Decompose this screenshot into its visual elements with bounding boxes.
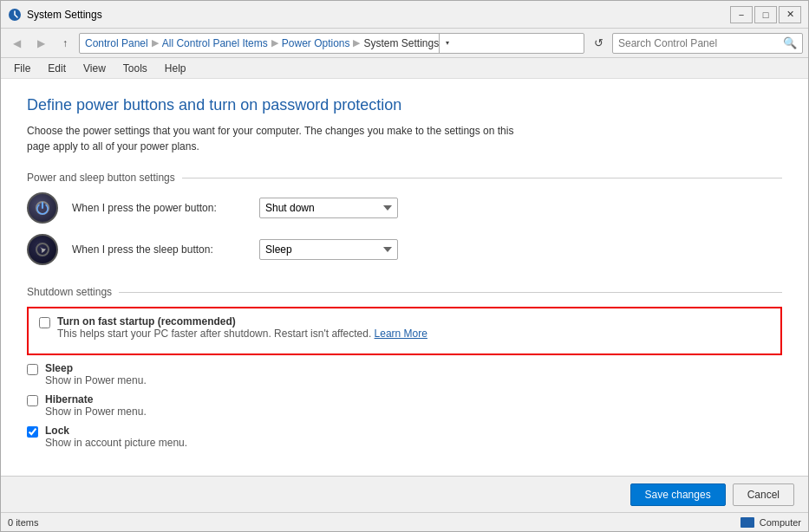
status-right: Computer xyxy=(740,517,801,528)
back-button[interactable]: ◀ xyxy=(6,33,27,54)
status-bar: 0 items Computer xyxy=(1,512,808,531)
hibernate-main-label: Hibernate xyxy=(45,393,147,405)
window-title: System Settings xyxy=(27,9,730,21)
menu-tools[interactable]: Tools xyxy=(115,60,155,77)
breadcrumb-control-panel[interactable]: Control Panel xyxy=(85,37,148,49)
hibernate-label-group: Hibernate Show in Power menu. xyxy=(45,393,147,418)
sleep-button-row: When I press the sleep button: Do nothin… xyxy=(27,234,782,265)
hibernate-row: Hibernate Show in Power menu. xyxy=(27,393,782,418)
computer-icon xyxy=(740,517,754,528)
sleep-label-group: Sleep Show in Power menu. xyxy=(45,362,147,386)
page-description: Choose the power settings that you want … xyxy=(27,123,530,154)
menu-edit[interactable]: Edit xyxy=(40,60,74,77)
shutdown-section-header: Shutdown settings xyxy=(27,286,782,298)
sleep-button-label: When I press the sleep button: xyxy=(72,243,245,256)
learn-more-link[interactable]: Learn More xyxy=(375,328,427,340)
power-button-dropdown[interactable]: Do nothing Sleep Hibernate Shut down Tur… xyxy=(259,198,398,218)
fast-startup-sub-label: This helps start your PC faster after sh… xyxy=(57,328,427,340)
fast-startup-row: Turn on fast startup (recommended) This … xyxy=(39,315,770,340)
breadcrumb-sep-2: ▶ xyxy=(271,37,278,49)
maximize-button[interactable]: □ xyxy=(754,6,777,23)
sleep-sub-label: Show in Power menu. xyxy=(45,374,147,386)
title-bar: System Settings − □ ✕ xyxy=(1,1,808,29)
lock-sub-label: Show in account picture menu. xyxy=(45,437,187,449)
power-button-label: When I press the power button: xyxy=(72,202,245,214)
toolbar: ◀ ▶ ↑ Control Panel ▶ All Control Panel … xyxy=(1,29,808,58)
lock-row: Lock Show in account picture menu. xyxy=(27,425,782,449)
up-button[interactable]: ↑ xyxy=(55,33,75,54)
forward-button[interactable]: ▶ xyxy=(30,33,51,54)
window-icon xyxy=(8,8,22,22)
address-bar[interactable]: Control Panel ▶ All Control Panel Items … xyxy=(79,33,584,54)
sleep-button-dropdown[interactable]: Do nothing Sleep Hibernate Shut down xyxy=(259,239,398,260)
menu-bar: File Edit View Tools Help xyxy=(1,58,808,79)
power-sleep-section-header: Power and sleep button settings xyxy=(27,172,782,184)
address-dropdown-button[interactable]: ▾ xyxy=(439,33,454,54)
page-title: Define power buttons and turn on passwor… xyxy=(27,96,782,114)
menu-view[interactable]: View xyxy=(75,60,114,77)
fast-startup-label-group: Turn on fast startup (recommended) This … xyxy=(57,315,427,340)
computer-label: Computer xyxy=(760,517,801,528)
sleep-main-label: Sleep xyxy=(45,362,147,374)
fast-startup-checkbox[interactable] xyxy=(39,317,50,328)
breadcrumb: Control Panel ▶ All Control Panel Items … xyxy=(85,37,439,49)
minimize-button[interactable]: − xyxy=(730,6,753,23)
refresh-button[interactable]: ↺ xyxy=(588,33,609,54)
power-sleep-settings: Power and sleep button settings When I p… xyxy=(27,172,782,265)
sleep-icon xyxy=(27,234,58,265)
search-input[interactable] xyxy=(618,37,780,49)
search-box: 🔍 xyxy=(612,33,803,54)
cancel-button[interactable]: Cancel xyxy=(733,483,794,506)
menu-help[interactable]: Help xyxy=(157,60,194,77)
power-icon xyxy=(27,192,58,224)
sleep-row: Sleep Show in Power menu. xyxy=(27,362,782,386)
breadcrumb-all-items[interactable]: All Control Panel Items xyxy=(162,37,268,49)
status-items-count: 0 items xyxy=(8,517,38,528)
hibernate-sub-label: Show in Power menu. xyxy=(45,405,147,418)
fast-startup-main-label: Turn on fast startup (recommended) xyxy=(57,315,427,328)
main-content: Define power buttons and turn on passwor… xyxy=(1,79,808,476)
sleep-checkbox[interactable] xyxy=(27,364,38,375)
close-button[interactable]: ✕ xyxy=(779,6,801,23)
lock-main-label: Lock xyxy=(45,425,187,437)
breadcrumb-sep-3: ▶ xyxy=(353,37,360,49)
system-settings-window: System Settings − □ ✕ ◀ ▶ ↑ Control Pane… xyxy=(0,0,809,532)
breadcrumb-sep-1: ▶ xyxy=(152,37,159,49)
breadcrumb-power-options[interactable]: Power Options xyxy=(282,37,350,49)
save-changes-button[interactable]: Save changes xyxy=(630,483,726,506)
footer: Save changes Cancel xyxy=(1,476,808,512)
lock-checkbox[interactable] xyxy=(27,426,38,438)
search-icon[interactable]: 🔍 xyxy=(783,36,797,50)
fast-startup-box: Turn on fast startup (recommended) This … xyxy=(27,307,782,355)
window-controls: − □ ✕ xyxy=(730,6,801,23)
breadcrumb-current: System Settings xyxy=(363,37,439,49)
power-button-row: When I press the power button: Do nothin… xyxy=(27,192,782,224)
shutdown-settings: Shutdown settings Turn on fast startup (… xyxy=(27,286,782,449)
hibernate-checkbox[interactable] xyxy=(27,395,38,406)
menu-file[interactable]: File xyxy=(6,60,38,77)
lock-label-group: Lock Show in account picture menu. xyxy=(45,425,187,449)
